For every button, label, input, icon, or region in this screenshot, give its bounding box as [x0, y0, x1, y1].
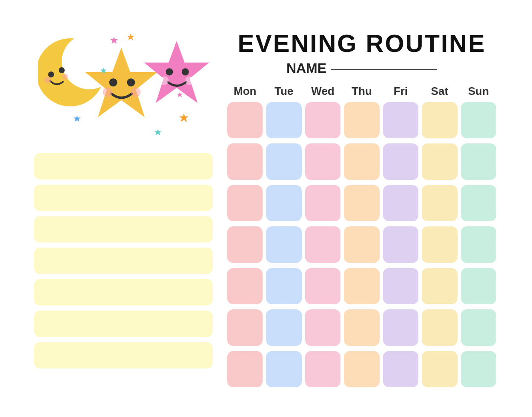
- svg-point-9: [103, 87, 112, 97]
- day-header-sat: Sat: [422, 85, 457, 98]
- day-header-thu: Thu: [344, 85, 379, 98]
- grid-row-1: [226, 102, 498, 138]
- name-underline[interactable]: [331, 66, 437, 70]
- right-panel: EVENING ROUTINE NAME Mon Tue Wed Thu Fri…: [226, 30, 498, 387]
- deco-star-7: [154, 129, 162, 136]
- cell-7-sat[interactable]: [422, 351, 457, 387]
- cell-1-sat[interactable]: [422, 102, 457, 138]
- cell-2-thu[interactable]: [344, 143, 379, 180]
- cell-4-thu[interactable]: [344, 226, 379, 263]
- cell-7-fri[interactable]: [383, 351, 418, 387]
- deco-star-5: [177, 91, 183, 98]
- svg-marker-19: [74, 115, 80, 122]
- cell-4-fri[interactable]: [383, 226, 418, 263]
- page: EVENING ROUTINE NAME Mon Tue Wed Thu Fri…: [21, 17, 511, 400]
- cell-5-thu[interactable]: [344, 268, 379, 304]
- deco-star-6: [179, 113, 189, 123]
- cell-7-sun[interactable]: [461, 351, 496, 387]
- day-header-sun: Sun: [461, 85, 496, 98]
- cell-3-sun[interactable]: [461, 185, 496, 221]
- cell-5-sun[interactable]: [461, 268, 496, 304]
- grid-row-6: [226, 309, 498, 346]
- cell-7-tue[interactable]: [266, 351, 301, 387]
- cell-4-mon[interactable]: [227, 226, 263, 263]
- task-row-5[interactable]: [34, 279, 213, 306]
- task-row-6[interactable]: [34, 311, 213, 337]
- cell-1-wed[interactable]: [305, 102, 340, 138]
- cell-5-wed[interactable]: [305, 268, 340, 304]
- cell-3-mon[interactable]: [227, 185, 263, 221]
- svg-point-14: [160, 76, 169, 85]
- svg-marker-21: [179, 113, 189, 122]
- svg-point-13: [182, 69, 189, 76]
- cell-4-tue[interactable]: [266, 226, 301, 263]
- left-panel: [34, 30, 213, 387]
- name-line: NAME: [226, 60, 498, 76]
- cell-4-sun[interactable]: [461, 226, 496, 263]
- cell-6-sun[interactable]: [461, 309, 496, 346]
- svg-marker-20: [177, 92, 183, 97]
- svg-marker-17: [127, 34, 134, 40]
- cell-3-fri[interactable]: [383, 185, 418, 221]
- header: EVENING ROUTINE NAME: [226, 30, 498, 76]
- cell-2-tue[interactable]: [266, 143, 301, 180]
- grid-row-7: [226, 351, 498, 387]
- illustration: [34, 30, 213, 149]
- svg-point-2: [59, 67, 65, 73]
- cell-2-mon[interactable]: [227, 143, 263, 180]
- cell-2-sat[interactable]: [422, 143, 457, 180]
- cell-3-tue[interactable]: [266, 185, 301, 221]
- cell-2-sun[interactable]: [461, 143, 496, 180]
- cell-6-wed[interactable]: [305, 309, 340, 346]
- task-row-4[interactable]: [34, 248, 213, 274]
- cell-3-thu[interactable]: [344, 185, 379, 221]
- task-row-2[interactable]: [34, 185, 213, 211]
- svg-point-7: [109, 78, 117, 86]
- cell-5-sat[interactable]: [422, 268, 457, 304]
- deco-star-1: [110, 36, 118, 45]
- cell-1-thu[interactable]: [344, 102, 379, 138]
- grid-rows: [226, 102, 498, 387]
- day-header-fri: Fri: [383, 85, 418, 98]
- cell-1-sun[interactable]: [461, 102, 496, 138]
- svg-point-15: [185, 76, 194, 85]
- cell-1-fri[interactable]: [383, 102, 418, 138]
- day-headers: Mon Tue Wed Thu Fri Sat Sun: [226, 85, 498, 98]
- cell-2-wed[interactable]: [305, 143, 340, 180]
- cell-6-tue[interactable]: [266, 309, 301, 346]
- cell-1-mon[interactable]: [227, 102, 263, 138]
- name-label: NAME: [286, 60, 326, 76]
- task-row-7[interactable]: [34, 342, 213, 368]
- grid-section: Mon Tue Wed Thu Fri Sat Sun: [226, 85, 498, 387]
- cell-5-mon[interactable]: [227, 268, 263, 304]
- cell-4-sat[interactable]: [422, 226, 457, 263]
- cell-5-tue[interactable]: [266, 268, 301, 304]
- task-row-3[interactable]: [34, 216, 213, 243]
- cell-1-tue[interactable]: [266, 102, 301, 138]
- cell-6-sat[interactable]: [422, 309, 457, 346]
- day-header-mon: Mon: [227, 85, 263, 98]
- grid-row-5: [226, 268, 498, 304]
- cell-2-fri[interactable]: [383, 143, 418, 180]
- page-title: EVENING ROUTINE: [226, 30, 498, 57]
- cell-6-mon[interactable]: [227, 309, 263, 346]
- svg-point-12: [166, 69, 173, 76]
- svg-marker-18: [100, 68, 106, 74]
- cell-5-fri[interactable]: [383, 268, 418, 304]
- cell-7-thu[interactable]: [344, 351, 379, 387]
- cell-4-wed[interactable]: [305, 226, 340, 263]
- deco-star-3: [100, 67, 107, 74]
- cell-7-wed[interactable]: [305, 351, 340, 387]
- grid-row-4: [226, 226, 498, 263]
- svg-marker-16: [110, 37, 118, 44]
- grid-row-2: [226, 143, 498, 180]
- cell-7-mon[interactable]: [227, 351, 263, 387]
- svg-point-8: [127, 78, 135, 86]
- task-rows: [34, 153, 213, 387]
- cell-3-sat[interactable]: [422, 185, 457, 221]
- svg-point-10: [131, 87, 141, 97]
- cell-6-thu[interactable]: [344, 309, 379, 346]
- task-row-1[interactable]: [34, 153, 213, 180]
- cell-6-fri[interactable]: [383, 309, 418, 346]
- cell-3-wed[interactable]: [305, 185, 340, 221]
